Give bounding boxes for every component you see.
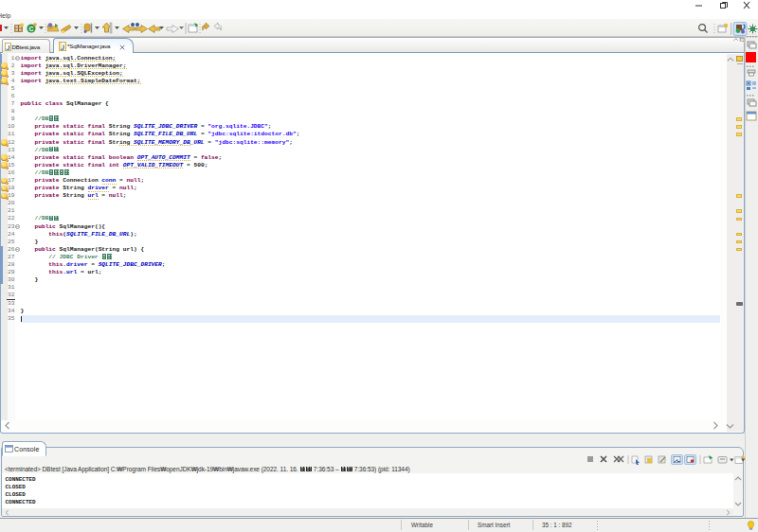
- svg-text:C: C: [28, 26, 33, 32]
